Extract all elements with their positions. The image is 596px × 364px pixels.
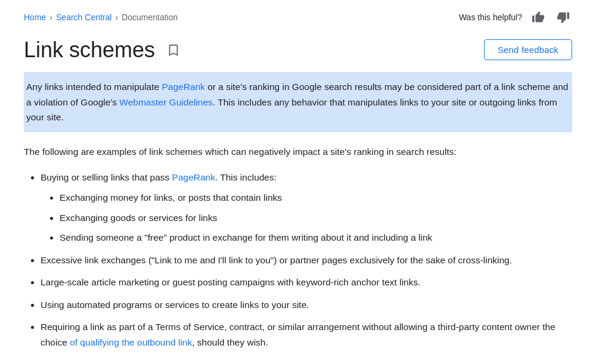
breadcrumb-documentation: Documentation	[122, 13, 178, 22]
top-bar: Home › Search Central › Documentation Wa…	[0, 0, 596, 32]
header-row: Link schemes Send feedback	[0, 32, 596, 72]
webmaster-guidelines-link[interactable]: Webmaster Guidelines	[119, 97, 213, 107]
send-feedback-button[interactable]: Send feedback	[484, 39, 572, 60]
list-item-buying-selling-text: Buying or selling links that pass PageRa…	[41, 172, 277, 182]
helpful-section: Was this helpful?	[459, 8, 572, 26]
header-left: Link schemes	[24, 37, 182, 63]
list-item-excessive-exchanges: Excessive link exchanges ("Link to me an…	[41, 253, 572, 268]
highlight-text: Any links intended to manipulate PageRan…	[26, 79, 570, 125]
list-item-article-marketing: Large-scale article marketing or guest p…	[41, 275, 572, 290]
sub-item-money: Exchanging money for links, or posts tha…	[60, 190, 572, 206]
main-content: Any links intended to manipulate PageRan…	[0, 72, 596, 364]
breadcrumb-search-central[interactable]: Search Central	[56, 13, 111, 22]
highlight-block: Any links intended to manipulate PageRan…	[24, 72, 572, 132]
list-item-tos-text: Requiring a link as part of a Terms of S…	[41, 322, 555, 347]
page-title: Link schemes	[24, 37, 155, 63]
thumbs-down-button[interactable]	[554, 8, 572, 26]
qualifying-outbound-link[interactable]: of qualifying the outbound link	[70, 337, 192, 347]
breadcrumb-separator-2: ›	[115, 13, 118, 22]
sub-item-free-product-text: Sending someone a "free" product in exch…	[60, 232, 432, 242]
breadcrumb-separator-1: ›	[49, 13, 52, 22]
sub-item-free-product: Sending someone a "free" product in exch…	[60, 230, 572, 245]
breadcrumb-home[interactable]: Home	[24, 13, 46, 22]
thumbs-up-button[interactable]	[529, 8, 547, 26]
list-item-automated-programs-text: Using automated programs or services to …	[41, 300, 309, 310]
helpful-label: Was this helpful?	[459, 13, 522, 22]
pagerank-link-2[interactable]: PageRank	[172, 172, 215, 182]
intro-paragraph: The following are examples of link schem…	[24, 144, 572, 160]
sub-item-goods-text: Exchanging goods or services for links	[60, 213, 218, 223]
pagerank-link-1[interactable]: PageRank	[162, 82, 204, 92]
thumbs-down-icon	[557, 11, 570, 24]
list-item-tos: Requiring a link as part of a Terms of S…	[41, 319, 572, 350]
sub-list-buying-selling: Exchanging money for links, or posts tha…	[41, 190, 572, 245]
sub-item-money-text: Exchanging money for links, or posts tha…	[60, 192, 282, 203]
breadcrumb: Home › Search Central › Documentation	[24, 13, 178, 22]
thumbs-up-icon	[532, 11, 545, 24]
list-item-article-marketing-text: Large-scale article marketing or guest p…	[41, 277, 421, 287]
list-item-excessive-exchanges-text: Excessive link exchanges ("Link to me an…	[41, 255, 512, 265]
list-item-automated-programs: Using automated programs or services to …	[41, 297, 572, 313]
bookmark-icon	[167, 43, 180, 57]
list-item-buying-selling: Buying or selling links that pass PageRa…	[41, 170, 572, 245]
main-list: Buying or selling links that pass PageRa…	[24, 170, 572, 350]
bookmark-button[interactable]	[164, 41, 182, 59]
sub-item-goods: Exchanging goods or services for links	[60, 210, 572, 226]
